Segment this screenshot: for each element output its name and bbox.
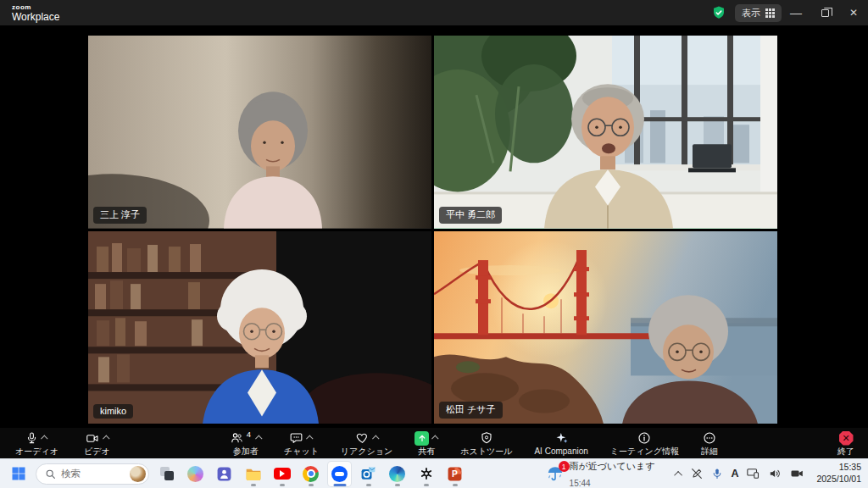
teams-icon — [216, 466, 232, 482]
edge-button[interactable] — [386, 462, 409, 486]
zoom-workplace-logo: zoom Workplace — [12, 4, 59, 22]
participants-button[interactable]: 4 参加者 — [230, 431, 262, 456]
participant-2-video — [434, 36, 777, 229]
host-tools-shield-icon — [480, 431, 493, 445]
view-label: 表示 — [742, 7, 760, 19]
meeting-toolbar: オーディオ ビデオ — [0, 428, 868, 458]
copilot-icon — [187, 466, 203, 482]
audio-options-chevron[interactable] — [42, 435, 48, 441]
end-meeting-icon: ✕ — [839, 431, 854, 446]
gallery-view-grid: 三上 淳子 — [88, 36, 777, 424]
participant-1-video — [88, 36, 431, 229]
more-button[interactable]: 詳細 — [701, 431, 718, 456]
zoom-app-button[interactable] — [328, 462, 351, 486]
windows-taskbar: P 1 雨が近づいています 15:44 — [0, 458, 868, 488]
participant-name-badge: 松田 チサ子 — [439, 402, 503, 419]
reactions-options-chevron[interactable] — [372, 435, 379, 441]
copilot-button[interactable] — [184, 462, 207, 486]
view-button[interactable]: 表示 — [735, 4, 782, 22]
running-indicator — [251, 484, 256, 486]
ai-companion-sparkle-icon — [554, 431, 569, 445]
system-tray: A — [676, 467, 804, 480]
video-options-chevron[interactable] — [103, 435, 109, 441]
participant-name-badge: 三上 淳子 — [93, 207, 147, 224]
pen-disabled-icon[interactable] — [690, 467, 704, 480]
participant-tile-2[interactable]: 平中 勇二郎 — [434, 36, 777, 229]
chatgpt-button[interactable] — [415, 462, 437, 486]
youtube-button[interactable] — [270, 462, 293, 486]
more-ellipsis-icon — [703, 431, 716, 445]
video-button[interactable]: ビデオ — [84, 431, 110, 456]
taskbar-search[interactable] — [36, 463, 149, 485]
search-icon — [45, 469, 56, 480]
weather-notification[interactable]: 1 雨が近づいています 15:44 — [546, 457, 655, 488]
running-indicator — [395, 484, 400, 486]
active-app-indicator — [333, 484, 346, 486]
cast-display-icon[interactable] — [746, 467, 760, 480]
chat-options-chevron[interactable] — [306, 435, 313, 441]
meeting-info-button[interactable]: ミーティング情報 — [610, 431, 679, 456]
participants-icon — [230, 431, 244, 445]
search-daily-image[interactable] — [130, 466, 146, 482]
running-indicator — [366, 484, 371, 486]
outlook-button[interactable] — [357, 462, 380, 486]
start-button[interactable] — [7, 462, 30, 486]
taskbar-clock[interactable]: 15:35 2025/10/01 — [816, 462, 861, 485]
participant-tile-1[interactable]: 三上 淳子 — [88, 36, 431, 229]
file-explorer-button[interactable] — [242, 462, 264, 486]
participant-tile-3[interactable]: kimiko — [88, 231, 431, 424]
running-indicator — [280, 484, 285, 486]
share-screen-button[interactable]: 共有 — [415, 431, 438, 456]
file-explorer-icon — [245, 467, 262, 481]
search-input[interactable] — [61, 469, 117, 479]
restore-button[interactable] — [810, 0, 839, 25]
end-meeting-button[interactable]: ✕ 終了 — [837, 431, 854, 456]
share-options-chevron[interactable] — [431, 435, 438, 441]
participants-options-chevron[interactable] — [255, 435, 262, 441]
camera-in-use-icon[interactable] — [790, 468, 804, 480]
volume-icon[interactable] — [768, 467, 782, 480]
ime-mode-indicator[interactable]: A — [731, 468, 738, 480]
chat-button[interactable]: チャット — [284, 431, 319, 456]
heart-icon — [355, 431, 370, 445]
title-bar: zoom Workplace 表示 — ✕ — [0, 0, 868, 25]
clock-time: 15:35 — [839, 462, 861, 472]
gallery-grid-icon — [765, 8, 775, 18]
chatgpt-icon — [419, 466, 434, 481]
chrome-button[interactable] — [299, 462, 322, 486]
host-tools-button[interactable]: ホストツール — [460, 431, 512, 456]
participant-3-video — [88, 231, 431, 424]
microphone-icon — [25, 431, 38, 445]
ai-companion-button[interactable]: AI Companion — [534, 431, 587, 456]
edge-icon — [389, 466, 405, 482]
task-view-icon — [160, 467, 174, 480]
video-stage: 三上 淳子 — [0, 25, 868, 428]
logo-zoom: zoom — [12, 4, 59, 11]
participants-count-badge: 4 — [247, 430, 251, 439]
participant-name-badge: kimiko — [93, 404, 133, 419]
security-shield-icon[interactable] — [711, 5, 726, 20]
chrome-icon — [303, 466, 319, 482]
powerpoint-icon: P — [447, 466, 463, 482]
zoom-meeting-window: zoom Workplace 表示 — ✕ — [0, 0, 868, 488]
audio-button[interactable]: オーディオ — [15, 431, 58, 456]
close-button[interactable]: ✕ — [839, 0, 868, 25]
participant-4-video — [434, 231, 777, 424]
share-screen-icon — [415, 431, 429, 446]
tray-microphone-icon[interactable] — [711, 467, 723, 480]
info-icon — [637, 431, 651, 445]
participant-tile-4[interactable]: 松田 チサ子 — [434, 231, 777, 424]
teams-app-button[interactable] — [213, 462, 236, 486]
minimize-button[interactable]: — — [782, 0, 810, 25]
powerpoint-button[interactable]: P — [443, 462, 466, 486]
task-view-button[interactable] — [155, 462, 178, 486]
camera-icon — [85, 432, 100, 445]
reactions-button[interactable]: リアクション — [341, 431, 392, 456]
weather-time: 15:44 — [570, 479, 591, 488]
tray-overflow-chevron[interactable] — [675, 470, 683, 479]
weather-text: 雨が近づいています — [570, 461, 655, 471]
zoom-app-icon — [331, 466, 348, 482]
outlook-icon — [360, 466, 376, 482]
youtube-icon — [274, 468, 291, 480]
running-indicator — [424, 484, 429, 486]
